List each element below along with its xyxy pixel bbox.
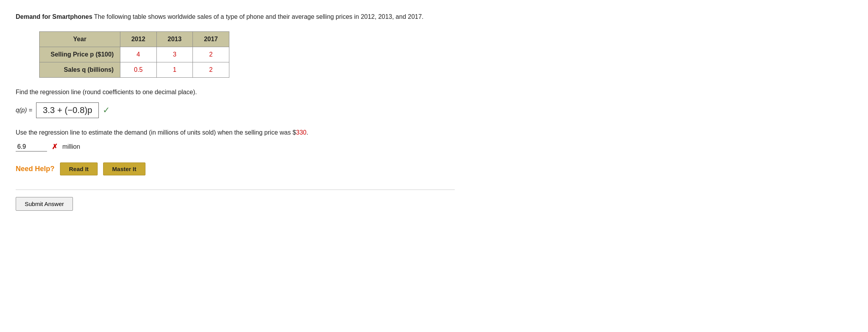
problem-description: The following table shows worldwide sale… [93, 13, 424, 20]
problem-title: Demand for Smartphones [16, 13, 93, 20]
table-row: Selling Price p ($100) 4 3 2 [40, 47, 229, 62]
table-cell-sales-2012: 0.5 [120, 62, 156, 77]
answer-row: ✗ million [16, 142, 455, 151]
equation-row: q(p) = 3.3 + (−0.8)p ✓ [16, 102, 455, 118]
part2-instruction: Use the regression line to estimate the … [16, 128, 455, 138]
divider [16, 190, 455, 190]
part1-instruction: Find the regression line (round coeffici… [16, 87, 455, 97]
table-header-2013: 2013 [156, 31, 193, 47]
table-cell-price-label: Selling Price p ($100) [40, 47, 120, 62]
table-header-2017: 2017 [193, 31, 229, 47]
equation-box: 3.3 + (−0.8)p [36, 102, 99, 118]
check-icon: ✓ [103, 105, 110, 115]
problem-intro: Demand for Smartphones The following tab… [16, 12, 455, 22]
need-help-row: Need Help? Read It Master It [16, 162, 455, 175]
answer-input[interactable] [16, 142, 47, 151]
table-cell-sales-2013: 1 [156, 62, 193, 77]
equation-value: 3.3 + (−0.8)p [43, 105, 92, 115]
equation-label: q(p) = [16, 107, 32, 114]
table-header-2012: 2012 [120, 31, 156, 47]
table-cell-sales-label: Sales q (billions) [40, 62, 120, 77]
table-cell-price-2012: 4 [120, 47, 156, 62]
master-it-button[interactable]: Master It [103, 162, 145, 175]
wrong-icon: ✗ [52, 142, 58, 151]
need-help-label: Need Help? [16, 165, 54, 173]
table-row: Sales q (billions) 0.5 1 2 [40, 62, 229, 77]
table-cell-price-2017: 2 [193, 47, 229, 62]
data-table: Year 2012 2013 2017 Selling Price p ($10… [39, 31, 229, 78]
table-header-year: Year [40, 31, 120, 47]
unit-label: million [62, 143, 80, 150]
table-cell-sales-2017: 2 [193, 62, 229, 77]
price-value: 330 [296, 129, 307, 136]
submit-answer-button[interactable]: Submit Answer [16, 197, 73, 211]
read-it-button[interactable]: Read It [60, 162, 98, 175]
table-cell-price-2013: 3 [156, 47, 193, 62]
